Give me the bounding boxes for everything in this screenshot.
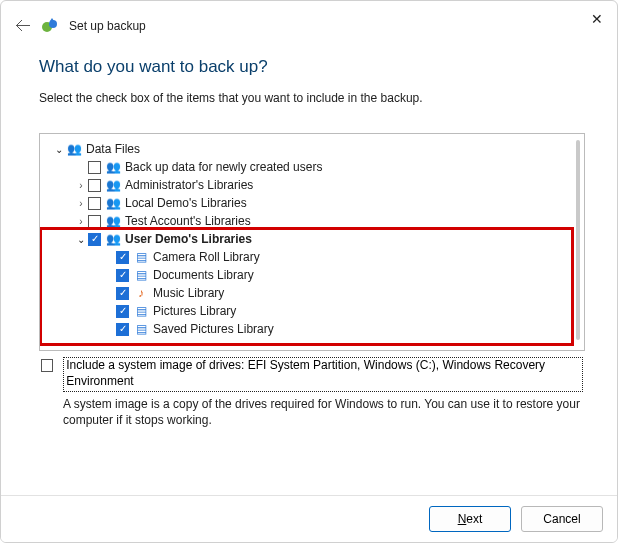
chevron-right-icon[interactable]: › [74, 216, 88, 227]
tree-node-saved-pictures-library[interactable]: ▤ Saved Pictures Library [46, 320, 584, 338]
tree-node-data-files[interactable]: ⌄ 👥 Data Files [46, 140, 584, 158]
checkbox[interactable] [116, 323, 129, 336]
tree-node-new-users[interactable]: 👥 Back up data for newly created users [46, 158, 584, 176]
tree-node-test-account-libraries[interactable]: › 👥 Test Account's Libraries [46, 212, 584, 230]
checkbox[interactable] [116, 269, 129, 282]
scrollbar[interactable] [576, 140, 580, 340]
tree-label: Music Library [153, 286, 224, 300]
tree-node-music-library[interactable]: ♪ Music Library [46, 284, 584, 302]
library-icon: ▤ [133, 250, 149, 264]
tree-node-administrator-libraries[interactable]: › 👥 Administrator's Libraries [46, 176, 584, 194]
close-button[interactable]: ✕ [587, 7, 607, 31]
checkbox[interactable] [116, 251, 129, 264]
checkbox[interactable] [116, 287, 129, 300]
system-image-description: A system image is a copy of the drives r… [63, 396, 585, 428]
tree-label: Pictures Library [153, 304, 236, 318]
people-icon: 👥 [66, 142, 82, 156]
cancel-button[interactable]: Cancel [521, 506, 603, 532]
checkbox[interactable] [116, 305, 129, 318]
back-arrow-icon[interactable]: 🡠 [15, 17, 31, 35]
tree-label: Test Account's Libraries [125, 214, 251, 228]
svg-point-1 [49, 20, 57, 28]
library-icon: ▤ [133, 268, 149, 282]
people-icon: 👥 [105, 196, 121, 210]
close-icon: ✕ [591, 11, 603, 27]
checkbox[interactable] [88, 197, 101, 210]
next-button[interactable]: Next [429, 506, 511, 532]
page-heading: What do you want to back up? [39, 57, 585, 77]
chevron-down-icon[interactable]: ⌄ [74, 234, 88, 245]
system-image-row[interactable]: Include a system image of drives: EFI Sy… [39, 357, 585, 392]
backup-items-tree[interactable]: ⌄ 👥 Data Files 👥 Back up data for newly … [39, 133, 585, 351]
library-icon: ▤ [133, 322, 149, 336]
people-icon: 👥 [105, 214, 121, 228]
tree-label: Local Demo's Libraries [125, 196, 247, 210]
tree-label: Data Files [86, 142, 140, 156]
checkbox[interactable] [88, 161, 101, 174]
chevron-right-icon[interactable]: › [74, 198, 88, 209]
page-instructions: Select the check box of the items that y… [39, 91, 585, 105]
wizard-header: 🡠 Set up backup [1, 1, 617, 35]
tree-label: Back up data for newly created users [125, 160, 322, 174]
tree-node-documents-library[interactable]: ▤ Documents Library [46, 266, 584, 284]
library-icon: ▤ [133, 304, 149, 318]
cancel-button-label: Cancel [543, 512, 580, 526]
checkbox[interactable] [88, 215, 101, 228]
tree-label: Saved Pictures Library [153, 322, 274, 336]
music-icon: ♪ [133, 286, 149, 300]
chevron-right-icon[interactable]: › [74, 180, 88, 191]
tree-node-user-demo-libraries[interactable]: ⌄ 👥 User Demo's Libraries [46, 230, 584, 248]
checkbox[interactable] [88, 233, 101, 246]
backup-wizard-icon [41, 17, 59, 35]
tree-node-pictures-library[interactable]: ▤ Pictures Library [46, 302, 584, 320]
system-image-label: Include a system image of drives: EFI Sy… [63, 357, 583, 392]
tree-label: Documents Library [153, 268, 254, 282]
tree-node-local-demo-libraries[interactable]: › 👥 Local Demo's Libraries [46, 194, 584, 212]
people-icon: 👥 [105, 232, 121, 246]
wizard-footer: Next Cancel [1, 495, 617, 542]
wizard-content: What do you want to back up? Select the … [1, 35, 617, 429]
tree-label: Camera Roll Library [153, 250, 260, 264]
people-icon: 👥 [105, 178, 121, 192]
tree-label: Administrator's Libraries [125, 178, 253, 192]
system-image-checkbox[interactable] [41, 359, 53, 372]
chevron-down-icon[interactable]: ⌄ [52, 144, 66, 155]
tree-node-camera-roll-library[interactable]: ▤ Camera Roll Library [46, 248, 584, 266]
checkbox[interactable] [88, 179, 101, 192]
wizard-title: Set up backup [69, 19, 146, 33]
people-icon: 👥 [105, 160, 121, 174]
tree-label: User Demo's Libraries [125, 232, 252, 246]
